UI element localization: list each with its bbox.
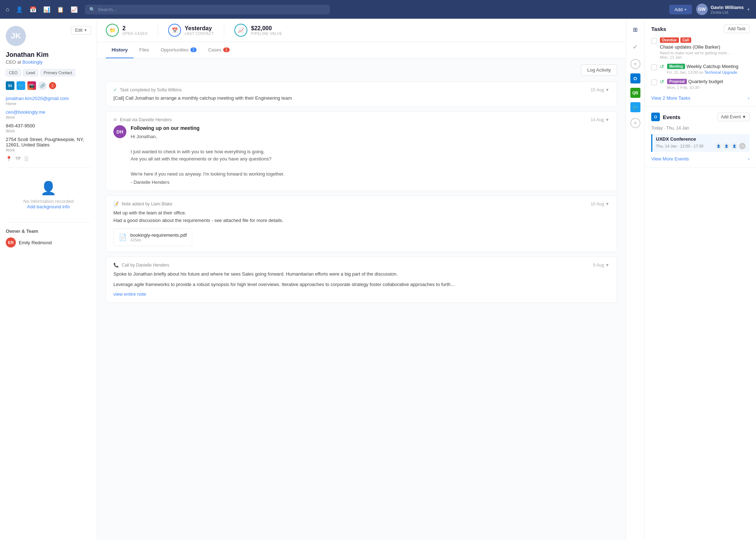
add-background-link[interactable]: Add background info <box>27 204 70 209</box>
list-icon[interactable]: ☰ <box>24 156 29 162</box>
map-icon[interactable]: 🗺 <box>15 156 21 162</box>
task-checkbox-3[interactable] <box>651 80 657 85</box>
view-more-tasks-link[interactable]: View 2 More Tasks › <box>651 94 750 101</box>
tab-history[interactable]: History <box>106 42 134 58</box>
check-icon: ✓ <box>113 87 117 92</box>
call-date: 9 Aug <box>593 263 604 268</box>
twitter-icon[interactable]: 🐦 <box>17 81 25 90</box>
email-body: DH Following up on our meeting Hi Jonath… <box>113 125 609 185</box>
contacts-icon[interactable]: 👤 <box>16 6 23 13</box>
owner-name: Emily Redmond <box>19 240 52 245</box>
badge-call: Call <box>680 37 691 43</box>
user-profile[interactable]: GW Gavin Williams Zestia Ltd. ▼ <box>696 4 750 15</box>
tasks-header: Tasks Add Task <box>651 24 750 33</box>
grid-icon[interactable]: ⊞ <box>629 23 642 36</box>
nav-icons: ⌂ 👤 📅 📊 📋 📈 <box>6 6 78 13</box>
last-contact-value: Yesterday <box>185 25 214 32</box>
technical-upgrade-link[interactable]: Technical Upgrade <box>705 70 737 74</box>
tag-lead: Lead <box>23 69 38 76</box>
chevron-down-icon: ▼ <box>742 114 746 119</box>
outlook-icon[interactable]: O <box>630 73 640 83</box>
chevron-right-icon: › <box>748 156 750 162</box>
no-info-text: No information recorded <box>6 199 91 204</box>
quickbooks-icon[interactable]: QB <box>630 88 640 98</box>
phone-label: Work <box>6 129 91 133</box>
chevron-down-icon[interactable]: ▼ <box>605 263 609 268</box>
search-input[interactable] <box>98 7 325 12</box>
call-text: Spoke to Jonathan briefly about his futu… <box>113 271 609 278</box>
tab-files[interactable]: Files <box>134 42 155 58</box>
event-avatar-3: 👤 <box>731 142 738 150</box>
note-icon: 📝 <box>113 201 119 207</box>
work-email-label: Work <box>6 115 91 119</box>
task-text: [Call] Call Jonathan to arrange a monthl… <box>113 95 609 101</box>
event-item[interactable]: UXDX Conference Thu, 14 Jan · 12:00 - 17… <box>651 134 750 152</box>
task-checkbox-2[interactable] <box>651 64 657 70</box>
badge-proposal: Proposal <box>667 79 687 84</box>
log-activity-bar: Log Activity <box>106 64 617 76</box>
analytics-icon[interactable]: 📊 <box>43 6 50 13</box>
contact-action-icons: 📍 🗺 ☰ <box>6 156 91 162</box>
event-name: UXDX Conference <box>656 136 746 142</box>
call-title: Call by Danielle Henders <box>122 263 169 268</box>
tab-opportunities[interactable]: Opportunities 2 <box>155 42 202 58</box>
task-title: Task completed by Sofia Wilkins <box>120 87 181 92</box>
linkedin-icon[interactable]: in <box>6 81 14 90</box>
event-avatar-more: +1 <box>739 142 746 150</box>
documents-icon[interactable]: 📋 <box>57 6 64 13</box>
chevron-down-icon[interactable]: ▼ <box>605 201 609 207</box>
chevron-down-icon: ▼ <box>747 8 750 12</box>
home-email-link[interactable]: jonathan.kim2020@gmail.com <box>6 96 69 101</box>
add-button[interactable]: Add + <box>669 5 692 14</box>
social-icons: in 🐦 📷 🔗 2 <box>6 81 91 90</box>
link-icon[interactable]: 🔗 <box>38 81 47 90</box>
view-more-events-link[interactable]: View More Events › <box>651 155 750 162</box>
company-link[interactable]: Bookingly <box>22 59 42 65</box>
add-event-button[interactable]: Add Event ▼ <box>717 113 750 121</box>
location-icon[interactable]: 📍 <box>6 156 12 162</box>
email-subject: Following up on our meeting <box>131 125 609 131</box>
chevron-right-icon: › <box>748 95 750 101</box>
history-area: Log Activity ✓ Task completed by Sofia W… <box>97 59 626 540</box>
home-icon[interactable]: ⌂ <box>6 6 9 13</box>
user-company: Zestia Ltd. <box>711 10 744 14</box>
activity-icon[interactable]: 📈 <box>71 6 78 13</box>
log-activity-button[interactable]: Log Activity <box>581 64 617 76</box>
task-name-1: Chase updates (Ollie Barker) <box>660 44 720 50</box>
tab-cases[interactable]: Cases 1 <box>202 42 235 58</box>
notification-badge: 2 <box>49 82 56 89</box>
task-date: 15 Aug <box>590 87 604 92</box>
add-more-btn[interactable]: + <box>630 118 640 128</box>
work-email-link[interactable]: ceo@bookingly.me <box>6 109 45 115</box>
task-checkbox-1[interactable] <box>651 38 657 44</box>
instagram-icon[interactable]: 📷 <box>27 81 36 90</box>
main-content: 📁 2 OPEN CASES 📅 Yesterday LAST CONTACT … <box>97 19 626 540</box>
note-text: Met up with the team at their office.Had… <box>113 209 609 224</box>
person-placeholder-icon: 👤 <box>6 181 91 196</box>
calendar-stat-icon: 📅 <box>168 24 181 37</box>
contact-title: CEO at Bookingly <box>6 59 91 65</box>
history-item-task: ✓ Task completed by Sofia Wilkins 15 Aug… <box>106 81 617 107</box>
task-meta-2: Fri, 15 Jan, 13:00 on Technical Upgrade <box>667 70 738 74</box>
pdf-icon: 📄 <box>119 233 127 241</box>
edit-button[interactable]: Edit ▼ <box>71 26 91 35</box>
event-avatar-1: 👤 <box>715 142 722 150</box>
events-section: O Events Add Event ▼ Today · Thu, 14 Jan… <box>645 107 756 168</box>
add-integration-btn[interactable]: + <box>630 59 640 69</box>
task-name-2: Weekly Catchup Meeting <box>687 64 738 69</box>
search-bar[interactable]: 🔍 <box>85 5 330 14</box>
chevron-down-icon[interactable]: ▼ <box>605 117 609 122</box>
event-time: Thu, 14 Jan · 12:00 - 17:30 👤 👤 👤 +1 <box>656 142 746 150</box>
nav-right: Add + GW Gavin Williams Zestia Ltd. ▼ <box>669 4 750 15</box>
briefcase-icon: 📁 <box>106 24 119 37</box>
view-entire-note-link[interactable]: view entire note <box>113 291 146 297</box>
calendar-nav-icon[interactable]: 📅 <box>30 6 37 13</box>
address-label: Work <box>6 148 91 152</box>
twitter-side-icon[interactable]: 🐦 <box>630 102 640 112</box>
call-text-2: Leverage agile frameworks to provide a r… <box>113 281 609 289</box>
task-item-3: ↺ Proposal Quarterly budget Mon, 1 Feb, … <box>651 79 750 90</box>
add-task-button[interactable]: Add Task <box>724 24 750 33</box>
chevron-down-icon[interactable]: ▼ <box>605 87 609 92</box>
attachment[interactable]: 📄 bookingly-requirements.pdf 425kb <box>113 228 192 246</box>
checkmark-icon[interactable]: ✓ <box>629 40 642 53</box>
